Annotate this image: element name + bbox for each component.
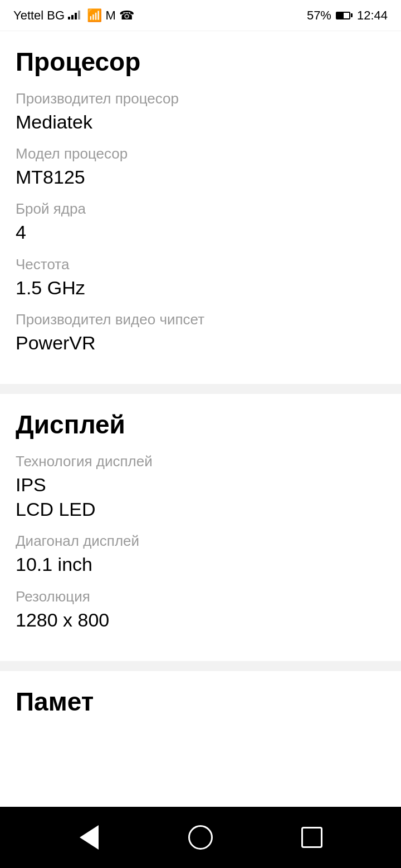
spec-label-cpu-manufacturer: Производител процесор	[16, 90, 385, 107]
spec-cpu-manufacturer: Производител процесор Mediatek	[16, 90, 385, 134]
spec-label-cpu-cores: Брой ядра	[16, 200, 385, 218]
spec-value-display-resolution: 1280 x 800	[16, 608, 385, 632]
spec-display-resolution: Резолюция 1280 x 800	[16, 588, 385, 632]
spec-label-gpu-manufacturer: Производител видео чипсет	[16, 311, 385, 328]
spec-gpu-manufacturer: Производител видео чипсет PowerVR	[16, 311, 385, 355]
spec-cpu-frequency: Честота 1.5 GHz	[16, 256, 385, 300]
spec-label-display-diagonal: Диагонал дисплей	[16, 532, 385, 550]
time-display: 12:44	[357, 8, 388, 23]
status-right: 57% 12:44	[307, 8, 388, 23]
section-divider-1	[0, 384, 401, 394]
recent-icon	[301, 827, 322, 848]
home-button[interactable]	[181, 818, 220, 857]
recent-apps-button[interactable]	[292, 818, 331, 857]
spec-cpu-cores: Брой ядра 4	[16, 200, 385, 244]
carrier-signal: Yettel BG 📶 M ☎	[13, 8, 134, 23]
section-divider-2	[0, 661, 401, 671]
spec-label-cpu-model: Модел процесор	[16, 145, 385, 162]
spec-label-cpu-frequency: Честота	[16, 256, 385, 273]
spec-label-display-resolution: Резолюция	[16, 588, 385, 605]
spec-value-display-tech: IPSLCD LED	[16, 472, 385, 521]
spec-label-display-tech: Технология дисплей	[16, 453, 385, 470]
spec-display-diagonal: Диагонал дисплей 10.1 inch	[16, 532, 385, 576]
back-icon	[80, 825, 99, 850]
navigation-bar	[0, 807, 401, 868]
home-icon	[188, 825, 213, 850]
spec-value-cpu-model: MT8125	[16, 165, 385, 189]
spec-value-cpu-manufacturer: Mediatek	[16, 110, 385, 134]
memory-section: Памет	[0, 671, 401, 748]
battery-percentage: 57%	[307, 8, 331, 23]
memory-title: Памет	[16, 687, 385, 717]
spec-value-gpu-manufacturer: PowerVR	[16, 331, 385, 355]
content-area: Процесор Производител процесор Mediatek …	[0, 31, 401, 807]
signal-icon	[68, 9, 80, 19]
spec-display-tech: Технология дисплей IPSLCD LED	[16, 453, 385, 521]
spec-value-display-diagonal: 10.1 inch	[16, 552, 385, 576]
processor-title: Процесор	[16, 47, 385, 77]
processor-section: Процесор Производител процесор Mediatek …	[0, 31, 401, 384]
status-bar: Yettel BG 📶 M ☎ 57% 12:44	[0, 0, 401, 31]
carrier-name: Yettel BG	[13, 8, 65, 22]
battery-icon	[336, 12, 353, 19]
spec-value-cpu-frequency: 1.5 GHz	[16, 275, 385, 300]
display-title: Дисплей	[16, 410, 385, 440]
spec-cpu-model: Модел процесор MT8125	[16, 145, 385, 189]
spec-value-cpu-cores: 4	[16, 220, 385, 244]
back-button[interactable]	[70, 818, 109, 857]
display-section: Дисплей Технология дисплей IPSLCD LED Ди…	[0, 394, 401, 661]
